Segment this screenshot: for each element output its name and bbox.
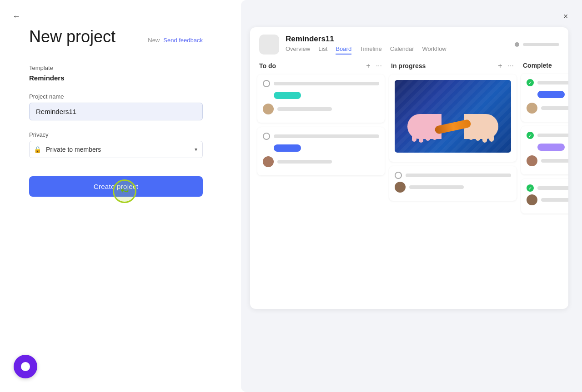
task-line-short [409,185,464,189]
back-button[interactable]: ← [9,9,24,24]
task-row [395,172,511,179]
col-title-todo: To do [259,62,276,69]
task-avatar-row [263,156,379,167]
progress-dot [515,42,519,47]
task-card [257,74,385,123]
tab-overview[interactable]: Overview [286,45,310,55]
task-card-image-bg [395,80,511,153]
project-name-field-group: Project name [29,93,203,120]
template-value: Reminders [29,74,65,82]
task-avatar-row [263,104,379,114]
task-row [263,80,379,87]
task-line [537,81,568,84]
baton-illustration [395,80,511,153]
column-inprogress: In progress + ··· [389,62,517,295]
col-title-inprogress: In progress [391,62,426,69]
template-label: Template [29,65,203,71]
privacy-select[interactable]: Private to members Public [29,141,203,158]
task-line [274,134,379,138]
privacy-field-group: Privacy 🔒 Private to members Public ▾ [29,131,203,158]
col-header-inprogress: In progress + ··· [389,62,517,70]
col-title-complete: Complete [523,62,552,69]
task-card-complete-3: ✓ [521,179,568,213]
template-field-group: Template Reminders [29,65,203,82]
task-avatar-row [527,155,568,166]
board-title: Reminders11 [286,35,447,44]
board-header-right [515,42,559,47]
privacy-label: Privacy [29,131,203,138]
add-todo-button[interactable]: + [365,62,371,70]
task-tag-blue [537,91,565,98]
task-avatar-3 [395,182,406,193]
add-inprogress-button[interactable]: + [497,62,503,70]
col-actions-inprogress: + ··· [497,62,515,70]
task-tag-blue [274,144,301,152]
tab-workflow[interactable]: Workflow [422,45,447,55]
col-header-todo: To do + ··· [257,62,385,70]
task-card [257,127,385,175]
tab-calendar[interactable]: Calendar [390,45,414,55]
task-line [274,82,379,85]
column-todo: To do + ··· [257,62,385,295]
task-tag-teal [274,92,301,99]
record-button[interactable] [14,355,37,378]
task-avatar-row [395,182,511,193]
task-line-short [277,160,332,164]
tab-board[interactable]: Board [336,45,351,55]
task-row: ✓ [527,132,568,139]
task-line [537,186,568,190]
task-tag-purple [537,144,565,151]
progress-bar [523,43,559,46]
tab-list[interactable]: List [318,45,327,55]
task-card-inprogress-2 [389,166,517,201]
page-title: New project [29,27,115,46]
task-check-completed: ✓ [527,79,534,86]
task-line-short [277,107,332,111]
privacy-select-wrapper: 🔒 Private to members Public ▾ [29,141,203,158]
task-avatar-complete-2 [527,155,537,166]
project-name-input[interactable] [29,103,203,120]
task-check [263,80,270,87]
task-avatar [263,104,274,114]
task-avatar-row [527,103,568,114]
task-row: ✓ [527,79,568,86]
task-card-complete-2: ✓ [521,126,568,174]
task-line-short [541,159,568,163]
panel-header: New project New Send feedback [29,27,203,46]
board-body: To do + ··· [250,55,568,300]
task-check-completed: ✓ [527,132,534,139]
preview-inner: Reminders11 Overview List Board Timeline… [241,0,582,392]
col-header-complete: Complete [521,62,568,69]
task-avatar-2 [263,156,274,167]
send-feedback-link[interactable]: Send feedback [163,37,203,44]
task-avatar-complete [527,103,537,114]
column-complete: Complete ✓ [521,62,568,295]
task-card-image [389,74,517,162]
project-name-label: Project name [29,93,203,100]
task-check [395,172,402,179]
col-actions-todo: + ··· [365,62,383,70]
task-row: ✓ [527,184,568,192]
board-title-area: Reminders11 Overview List Board Timeline… [286,35,447,55]
task-check [263,133,270,140]
more-todo-button[interactable]: ··· [375,62,383,70]
tab-timeline[interactable]: Timeline [360,45,382,55]
board-card: Reminders11 Overview List Board Timeline… [250,27,568,309]
record-inner-dot [21,362,30,371]
task-line-short [541,106,568,110]
task-line [406,174,511,177]
new-link[interactable]: New [148,37,160,44]
left-panel: New project New Send feedback Template R… [0,0,232,392]
task-line-short [541,198,568,202]
board-header: Reminders11 Overview List Board Timeline… [250,27,568,55]
board-nav: Overview List Board Timeline Calendar Wo… [286,45,447,55]
header-links: New Send feedback [148,37,203,44]
task-avatar-complete-3 [527,194,537,205]
close-button[interactable]: × [558,9,573,24]
task-avatar-row [527,194,568,205]
task-row [263,133,379,140]
more-inprogress-button[interactable]: ··· [507,62,515,70]
create-project-button[interactable]: Create project [29,176,203,197]
task-check-completed: ✓ [527,184,534,192]
task-card-complete-1: ✓ [521,74,568,122]
